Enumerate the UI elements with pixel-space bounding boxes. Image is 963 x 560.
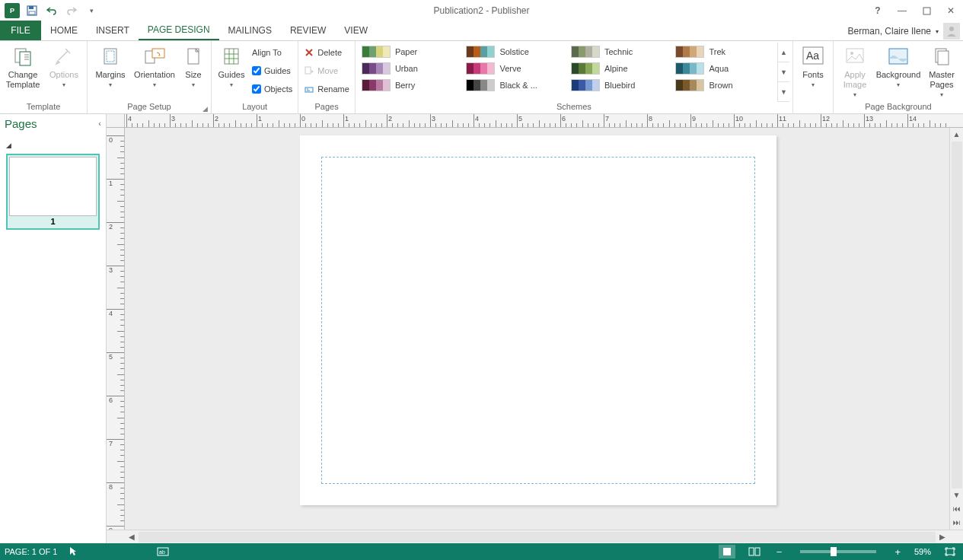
scheme-technic[interactable]: Technic [571, 44, 670, 59]
scheme-alpine[interactable]: Alpine [571, 61, 670, 76]
zoom-level[interactable]: 59% [914, 547, 931, 556]
vertical-scrollbar[interactable]: ▲ ▼ ⏮ ⏭ [949, 128, 963, 530]
scheme-urban[interactable]: Urban [362, 61, 461, 76]
status-page[interactable]: PAGE: 1 OF 1 [5, 547, 58, 556]
close-button[interactable]: ✕ [939, 0, 963, 21]
quick-access-toolbar: P ▾ [0, 2, 100, 20]
svg-rect-1 [29, 6, 33, 9]
fonts-button[interactable]: Aa Fonts▾ [796, 43, 830, 90]
qat-customize[interactable]: ▾ [82, 2, 100, 20]
tab-page-design[interactable]: PAGE DESIGN [139, 21, 219, 40]
options-button: Options▾ [44, 43, 84, 90]
scheme-bluebird[interactable]: Bluebird [571, 78, 670, 93]
svg-rect-29 [749, 548, 754, 555]
scheme-label: Paper [395, 47, 417, 56]
maximize-button[interactable] [914, 0, 939, 21]
user-name: Berman, Claire Ilene [848, 26, 931, 37]
svg-text:Aa: Aa [806, 49, 819, 62]
horizontal-ruler[interactable]: 43210123456789101112131415 [125, 114, 949, 128]
scheme-verve[interactable]: Verve [466, 61, 565, 76]
size-button[interactable]: Size▾ [179, 43, 208, 90]
scheme-aqua[interactable]: Aqua [675, 61, 774, 76]
change-template-label: Change Template [6, 70, 40, 90]
margins-button[interactable]: Margins▾ [91, 43, 130, 90]
group-layout-label: Layout [215, 102, 295, 114]
hscroll-right[interactable]: ▶ [936, 533, 949, 541]
zoom-slider[interactable] [800, 550, 876, 553]
svg-rect-17 [305, 67, 311, 74]
user-avatar-icon[interactable] [943, 23, 960, 40]
group-page-background: Apply Image▾ Background▾ Master Pages▾ P… [834, 41, 963, 114]
fit-page-button[interactable] [942, 545, 958, 558]
scheme-label: Solstice [499, 47, 529, 56]
help-button[interactable]: ? [866, 0, 890, 21]
guides-button[interactable]: Guides▾ [215, 43, 248, 90]
scheme-trek[interactable]: Trek [675, 44, 774, 59]
pages-panel-collapse[interactable]: ‹ [98, 119, 101, 128]
app-icon[interactable]: P [3, 2, 21, 20]
scheme-solstice[interactable]: Solstice [466, 44, 565, 59]
move-page-button[interactable]: Move [301, 62, 352, 79]
gallery-scrollbar[interactable]: ▲ ▼ ▼ [777, 43, 789, 102]
scheme-brown[interactable]: Brown [675, 78, 774, 93]
ruler-corner [107, 114, 125, 128]
align-guides-checkbox[interactable]: Guides [250, 62, 295, 79]
gallery-scroll-down[interactable]: ▼ [778, 62, 789, 82]
scheme-black-[interactable]: Black & ... [466, 78, 565, 93]
svg-point-22 [850, 52, 853, 55]
page-canvas[interactable] [300, 135, 776, 505]
view-two-page-button[interactable] [746, 545, 763, 558]
next-page-button[interactable]: ⏭ [950, 516, 963, 530]
status-caps-icon: ab [157, 547, 169, 556]
user-area[interactable]: Berman, Claire Ilene ▾ [848, 23, 960, 40]
scheme-label: Urban [395, 64, 418, 73]
horizontal-scrollbar[interactable]: ◀ ▶ [107, 530, 963, 543]
tab-file[interactable]: FILE [0, 21, 41, 40]
canvas-viewport[interactable] [125, 128, 949, 530]
vertical-ruler[interactable]: 0123456789 [107, 128, 125, 530]
prev-page-button[interactable]: ⏮ [950, 502, 963, 516]
pages-panel-title: Pages [5, 117, 37, 130]
pages-disclosure-icon[interactable]: ◢ [6, 142, 11, 149]
redo-button[interactable] [62, 2, 81, 20]
group-layout: Guides▾ Align To Guides Objects Layout [212, 41, 298, 114]
scheme-paper[interactable]: Paper [362, 44, 461, 59]
delete-page-button[interactable]: Delete [301, 44, 352, 61]
view-single-button[interactable] [719, 545, 735, 558]
rename-page-button[interactable]: Rename [301, 81, 352, 97]
hscroll-left[interactable]: ◀ [125, 533, 139, 541]
scheme-label: Aqua [709, 64, 729, 73]
change-template-button[interactable]: Change Template [3, 43, 43, 90]
page-setup-launcher[interactable]: ◢ [200, 104, 209, 113]
scheme-berry[interactable]: Berry [362, 78, 461, 93]
align-objects-checkbox[interactable]: Objects [250, 81, 295, 97]
vscroll-down[interactable]: ▼ [950, 488, 963, 502]
zoom-out-button[interactable]: − [773, 546, 786, 558]
group-pages: Delete Move Rename Pages [298, 41, 356, 114]
gallery-more-button[interactable]: ▼ [778, 82, 789, 102]
pages-panel: Pages ‹ ◢ 1 [0, 114, 107, 543]
master-pages-label: Master Pages [929, 70, 955, 90]
title-bar: P ▾ Publication2 - Publisher ? — ✕ [0, 0, 963, 21]
tab-insert[interactable]: INSERT [87, 21, 139, 40]
tab-mailings[interactable]: MAILINGS [219, 21, 281, 40]
vscroll-up[interactable]: ▲ [950, 128, 963, 142]
tab-view[interactable]: VIEW [335, 21, 377, 40]
ribbon-tabs: FILE HOME INSERT PAGE DESIGN MAILINGS RE… [0, 21, 963, 41]
tab-review[interactable]: REVIEW [281, 21, 335, 40]
master-pages-button[interactable]: Master Pages▾ [923, 43, 960, 100]
svg-rect-2 [29, 11, 35, 14]
scheme-gallery[interactable]: PaperSolsticeTechnicTrekUrbanVerveAlpine… [359, 43, 777, 102]
gallery-scroll-up[interactable]: ▲ [778, 43, 789, 62]
background-button[interactable]: Background▾ [875, 43, 922, 90]
page-thumb-number: 1 [9, 216, 97, 227]
page-thumbnail[interactable]: 1 [6, 154, 100, 230]
orientation-button[interactable]: Orientation▾ [132, 43, 177, 90]
zoom-in-button[interactable]: + [891, 546, 904, 558]
tab-home[interactable]: HOME [41, 21, 87, 40]
undo-button[interactable] [43, 2, 61, 20]
group-template: Change Template Options▾ Template [0, 41, 88, 114]
minimize-button[interactable]: — [890, 0, 914, 21]
canvas-area: 43210123456789101112131415 0123456789 ▲ … [107, 114, 963, 543]
save-button[interactable] [23, 2, 41, 20]
